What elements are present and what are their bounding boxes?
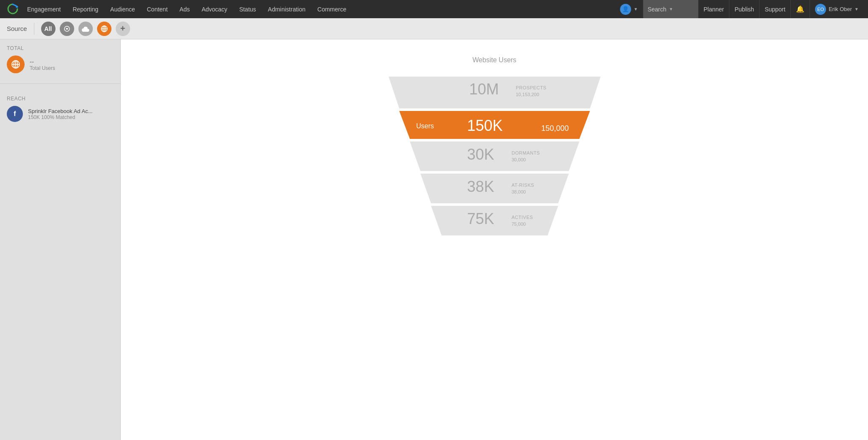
nav-content[interactable]: Content (141, 0, 174, 18)
search-label: Search (648, 6, 666, 13)
source-btn-add[interactable]: + (116, 22, 130, 36)
nav-audience[interactable]: Audience (104, 0, 141, 18)
user-avatar: EO (815, 4, 826, 15)
user-profile-dropdown[interactable]: 👤 ▼ (615, 0, 643, 18)
svg-text:38K: 38K (467, 178, 494, 195)
reach-section-title: Reach (7, 96, 114, 102)
svg-text:150,000: 150,000 (541, 124, 569, 133)
total-item: -- Total Users (7, 55, 114, 73)
svg-text:30,000: 30,000 (512, 157, 526, 162)
funnel-svg: 10M PROSPECTS 10,153,200 Users 150K 150,… (376, 77, 613, 297)
svg-text:10,153,200: 10,153,200 (516, 92, 539, 97)
svg-text:ACTIVES: ACTIVES (512, 215, 533, 220)
publish-button[interactable]: Publish (729, 0, 759, 18)
svg-text:75K: 75K (467, 210, 494, 227)
profile-caret: ▼ (634, 7, 638, 11)
support-label: Support (765, 6, 785, 13)
nav-ads[interactable]: Ads (174, 0, 196, 18)
facebook-icon: f (7, 106, 23, 122)
svg-marker-12 (410, 141, 579, 171)
total-section-title: Total (7, 45, 114, 51)
left-panel: Total -- Total Users Reach (0, 39, 121, 440)
user-name-dropdown[interactable]: EO Erik Ober ▼ (810, 0, 864, 18)
right-content: Website Users 10M PROSPECTS 10,153,200 U (121, 39, 868, 440)
svg-text:38,000: 38,000 (512, 189, 526, 194)
nav-engagement[interactable]: Engagement (21, 0, 67, 18)
planner-label: Planner (704, 6, 724, 13)
nav-commerce[interactable]: Commerce (312, 0, 352, 18)
total-icon (7, 55, 25, 73)
source-label: Source (7, 25, 27, 32)
svg-text:Users: Users (416, 122, 434, 130)
source-bar: Source All + (0, 18, 868, 39)
nav-right-section: 👤 ▼ Search ▼ Planner Publish Support 🔔 E… (615, 0, 864, 18)
reach-sub: 150K 100% Matched (28, 114, 92, 120)
notifications-button[interactable]: 🔔 (790, 0, 810, 18)
nav-status[interactable]: Status (233, 0, 262, 18)
source-btn-cloud[interactable] (78, 22, 93, 36)
svg-point-0 (16, 6, 18, 8)
left-divider-1 (0, 83, 120, 84)
svg-text:AT-RISKS: AT-RISKS (512, 183, 534, 188)
svg-text:75,000: 75,000 (512, 221, 526, 227)
total-sublabel: Total Users (30, 65, 55, 71)
publish-label: Publish (734, 6, 754, 13)
reach-item[interactable]: f Sprinklr Facebook Ad Ac... 150K 100% M… (7, 106, 114, 122)
profile-icon: 👤 (620, 4, 631, 15)
reach-text: Sprinklr Facebook Ad Ac... 150K 100% Mat… (28, 108, 92, 120)
main-layout: Total -- Total Users Reach (0, 39, 868, 440)
planner-button[interactable]: Planner (698, 0, 729, 18)
source-btn-sprinklr[interactable] (60, 22, 74, 36)
top-navigation: Engagement Reporting Audience Content Ad… (0, 0, 868, 18)
source-btn-web[interactable] (97, 22, 111, 36)
reach-name: Sprinklr Facebook Ad Ac... (28, 108, 92, 114)
svg-text:30K: 30K (467, 146, 494, 163)
svg-text:PROSPECTS: PROSPECTS (516, 85, 546, 90)
user-caret: ▼ (854, 7, 859, 11)
search-caret: ▼ (669, 7, 673, 11)
source-divider (34, 23, 34, 35)
total-value: -- (30, 58, 55, 65)
bell-icon: 🔔 (796, 5, 804, 13)
svg-marker-13 (420, 174, 569, 203)
reach-section: Reach f Sprinklr Facebook Ad Ac... 150K … (0, 90, 120, 126)
svg-marker-14 (431, 206, 558, 235)
nav-administration[interactable]: Administration (262, 0, 312, 18)
svg-text:150K: 150K (467, 117, 503, 134)
chart-title: Website Users (473, 56, 517, 64)
logo[interactable] (4, 0, 21, 18)
svg-text:DORMANTS: DORMANTS (512, 150, 540, 155)
svg-text:10M: 10M (469, 80, 499, 98)
total-text: -- Total Users (30, 58, 55, 71)
nav-reporting[interactable]: Reporting (67, 0, 104, 18)
nav-menu: Engagement Reporting Audience Content Ad… (21, 0, 615, 18)
support-button[interactable]: Support (759, 0, 790, 18)
funnel-chart: 10M PROSPECTS 10,153,200 Users 150K 150,… (376, 77, 613, 299)
user-name-label: Erik Ober (829, 6, 852, 12)
search-dropdown[interactable]: Search ▼ (643, 0, 698, 18)
total-section: Total -- Total Users (0, 39, 120, 80)
nav-advocacy[interactable]: Advocacy (196, 0, 234, 18)
source-btn-all[interactable]: All (41, 22, 56, 36)
